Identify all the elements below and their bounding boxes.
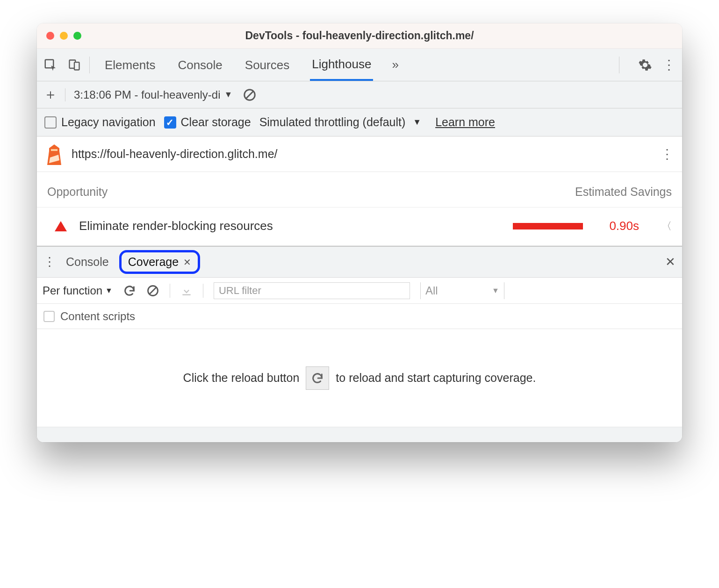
estimated-savings-heading: Estimated Savings <box>575 185 672 199</box>
coverage-toolbar: Per function ▼ URL filter All ▼ <box>37 278 682 304</box>
report-url-row: https://foul-heavenly-direction.glitch.m… <box>37 136 682 172</box>
svg-line-10 <box>150 287 156 294</box>
throttling-label: Simulated throttling (default) <box>259 115 406 129</box>
content-scripts-label: Content scripts <box>60 310 135 323</box>
report-url: https://foul-heavenly-direction.glitch.m… <box>72 147 278 161</box>
fail-triangle-icon <box>55 221 67 231</box>
separator <box>170 284 170 298</box>
savings-bar <box>513 223 583 229</box>
coverage-hint-after: to reload and start capturing coverage. <box>336 371 536 385</box>
drawer-tabstrip: ⋮ Console Coverage ✕ ✕ <box>37 246 682 278</box>
checkbox-checked-icon[interactable] <box>164 116 176 129</box>
new-report-button[interactable]: ＋ <box>43 85 58 104</box>
dropdown-caret-icon: ▼ <box>224 90 233 100</box>
titlebar: DevTools - foul-heavenly-direction.glitc… <box>37 23 682 49</box>
coverage-hint-before: Click the reload button <box>183 371 300 385</box>
chevron-up-icon[interactable]: 〈 <box>661 219 672 233</box>
more-tabs-icon[interactable]: » <box>392 57 398 72</box>
drawer-tab-console[interactable]: Console <box>64 252 111 272</box>
dropdown-caret-icon: ▼ <box>413 117 421 127</box>
drawer-menu-icon[interactable]: ⋮ <box>43 255 56 269</box>
device-toolbar-icon[interactable] <box>68 58 81 72</box>
report-menu-icon[interactable]: ⋮ <box>661 146 674 162</box>
opportunity-label: Eliminate render-blocking resources <box>79 219 501 233</box>
tab-sources[interactable]: Sources <box>243 50 291 80</box>
svg-rect-2 <box>74 62 79 70</box>
legacy-navigation-option[interactable]: Legacy navigation <box>44 115 156 129</box>
opportunity-heading: Opportunity <box>47 185 108 199</box>
kebab-menu-icon[interactable]: ⋮ <box>662 57 676 72</box>
tab-lighthouse[interactable]: Lighthouse <box>310 49 373 81</box>
legacy-navigation-label: Legacy navigation <box>61 115 156 129</box>
report-selector[interactable]: 3:18:06 PM - foul-heavenly-di ▼ <box>65 88 232 101</box>
separator <box>203 284 203 298</box>
export-icon <box>180 284 193 297</box>
opportunity-header: Opportunity Estimated Savings <box>37 172 682 208</box>
report-selector-label: 3:18:06 PM - foul-heavenly-di <box>74 88 221 101</box>
tab-console[interactable]: Console <box>176 50 224 80</box>
close-drawer-icon[interactable]: ✕ <box>665 255 676 269</box>
coverage-options-row: Content scripts <box>37 304 682 329</box>
footer-strip <box>37 427 682 442</box>
close-tab-icon[interactable]: ✕ <box>183 257 191 268</box>
throttling-dropdown[interactable]: Simulated throttling (default) ▼ <box>259 115 424 129</box>
settings-icon[interactable] <box>638 58 652 72</box>
drawer-tab-coverage[interactable]: Coverage ✕ <box>119 250 200 274</box>
clear-icon[interactable] <box>243 88 257 102</box>
savings-value: 0.90s <box>609 219 639 233</box>
checkbox-unchecked-icon[interactable] <box>44 116 57 129</box>
lighthouse-options: Legacy navigation Clear storage Simulate… <box>37 108 682 136</box>
clear-storage-option[interactable]: Clear storage <box>164 115 251 129</box>
reload-icon[interactable] <box>123 284 136 297</box>
coverage-empty-state: Click the reload button to reload and st… <box>37 329 682 427</box>
url-filter-placeholder: URL filter <box>219 285 261 297</box>
separator <box>89 57 90 73</box>
zoom-window-button[interactable] <box>73 32 81 40</box>
coverage-type-filter[interactable]: All ▼ <box>420 282 504 299</box>
coverage-granularity-select[interactable]: Per function ▼ <box>43 284 113 297</box>
dropdown-caret-icon: ▼ <box>105 287 113 295</box>
lighthouse-toolbar: ＋ 3:18:06 PM - foul-heavenly-di ▼ <box>37 81 682 108</box>
reload-button[interactable] <box>306 366 329 390</box>
svg-line-4 <box>246 91 253 98</box>
checkbox-unchecked-icon[interactable] <box>43 311 55 322</box>
clear-storage-label: Clear storage <box>181 115 251 129</box>
type-filter-label: All <box>425 284 438 297</box>
lighthouse-icon <box>45 144 63 164</box>
tab-elements[interactable]: Elements <box>103 50 157 80</box>
granularity-label: Per function <box>43 284 102 297</box>
minimize-window-button[interactable] <box>60 32 68 40</box>
main-tabstrip: Elements Console Sources Lighthouse » ⋮ <box>37 49 682 81</box>
inspect-element-icon[interactable] <box>43 58 58 72</box>
traffic-lights <box>46 32 81 40</box>
opportunity-row[interactable]: Eliminate render-blocking resources 0.90… <box>37 208 682 246</box>
close-window-button[interactable] <box>46 32 54 40</box>
url-filter-input[interactable]: URL filter <box>214 282 410 299</box>
dropdown-caret-icon: ▼ <box>492 287 499 295</box>
devtools-window: DevTools - foul-heavenly-direction.glitc… <box>37 23 682 442</box>
separator <box>619 57 619 73</box>
panel-tabs: Elements Console Sources Lighthouse » <box>103 49 611 81</box>
clear-coverage-icon[interactable] <box>146 284 159 297</box>
window-title: DevTools - foul-heavenly-direction.glitc… <box>37 29 682 42</box>
drawer-tab-coverage-label: Coverage <box>128 255 179 269</box>
learn-more-link[interactable]: Learn more <box>435 115 495 129</box>
